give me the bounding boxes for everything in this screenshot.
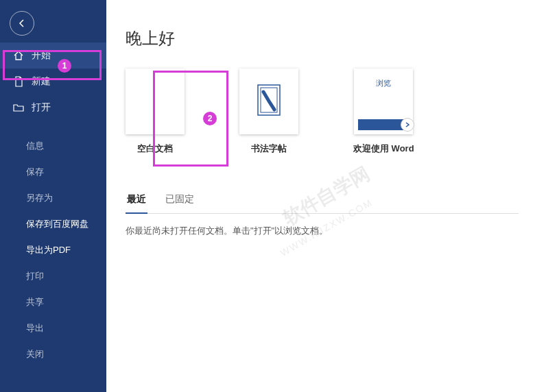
folder-icon (12, 101, 25, 114)
greeting: 晚上好 (126, 27, 519, 49)
template-label: 空白文档 (137, 143, 173, 155)
template-blank[interactable]: 空白文档 (126, 69, 185, 155)
empty-recent-message: 你最近尚未打开任何文档。单击"打开"以浏览文档。 (126, 225, 519, 237)
nav-home[interactable]: 开始 (0, 42, 106, 69)
nav-label: 导出为PDF (26, 244, 71, 256)
nav-save-as[interactable]: 另存为 (0, 185, 106, 211)
template-thumb-blank (126, 69, 185, 134)
back-button[interactable] (10, 11, 34, 36)
tab-pinned[interactable]: 已固定 (164, 189, 195, 213)
tab-label: 最近 (127, 193, 146, 204)
nav-share[interactable]: 共享 (0, 289, 106, 315)
template-calligraphy[interactable]: 书法字帖 (239, 69, 298, 155)
nav-close[interactable]: 关闭 (0, 341, 106, 367)
nav-export-pdf[interactable]: 导出为PDF (0, 237, 106, 263)
nav-label: 保存到百度网盘 (26, 218, 88, 230)
arrow-right-icon (401, 118, 414, 132)
tab-label: 已固定 (165, 193, 194, 204)
calligraphy-icon (254, 82, 284, 121)
nav-new[interactable]: 新建 (0, 69, 106, 95)
main-panel: 晚上好 空白文档 书法字帖 浏览 (106, 0, 546, 392)
nav-export[interactable]: 导出 (0, 315, 106, 341)
nav-save-baidu[interactable]: 保存到百度网盘 (0, 211, 106, 237)
nav-label: 另存为 (26, 192, 53, 204)
nav-label: 开始 (32, 49, 51, 62)
nav-save[interactable]: 保存 (0, 159, 106, 185)
annotation-callout-2: 2 (203, 112, 217, 125)
template-label: 欢迎使用 Word (353, 143, 414, 155)
home-icon (12, 49, 25, 62)
nav-label: 打开 (32, 101, 51, 114)
template-welcome[interactable]: 浏览 欢迎使用 Word (353, 69, 414, 155)
nav-label: 新建 (32, 75, 51, 88)
template-thumb-welcome: 浏览 (354, 69, 413, 134)
template-row: 空白文档 书法字帖 浏览 (126, 69, 519, 155)
sidebar: 开始 新建 打开 信息 保存 另存为 保存到百度网盘 导出为PDF 打印 共享 … (0, 0, 106, 392)
welcome-thumb-text: 浏览 (376, 78, 391, 88)
welcome-thumb-bar (358, 119, 409, 130)
nav-print[interactable]: 打印 (0, 263, 106, 289)
nav-label: 保存 (26, 166, 44, 178)
nav-label: 打印 (26, 270, 44, 282)
file-icon (12, 75, 25, 88)
nav-label: 关闭 (26, 348, 44, 360)
template-label: 书法字帖 (251, 143, 287, 155)
nav-label: 导出 (26, 322, 44, 334)
tab-recent[interactable]: 最近 (126, 189, 147, 214)
template-thumb-calligraphy (239, 69, 298, 134)
nav-label: 共享 (26, 296, 44, 308)
nav-label: 信息 (26, 140, 44, 152)
nav-info[interactable]: 信息 (0, 133, 106, 159)
back-arrow-icon (16, 18, 27, 29)
recent-tabs: 最近 已固定 (126, 189, 519, 214)
nav-open[interactable]: 打开 (0, 95, 106, 121)
annotation-callout-1: 1 (58, 59, 71, 73)
